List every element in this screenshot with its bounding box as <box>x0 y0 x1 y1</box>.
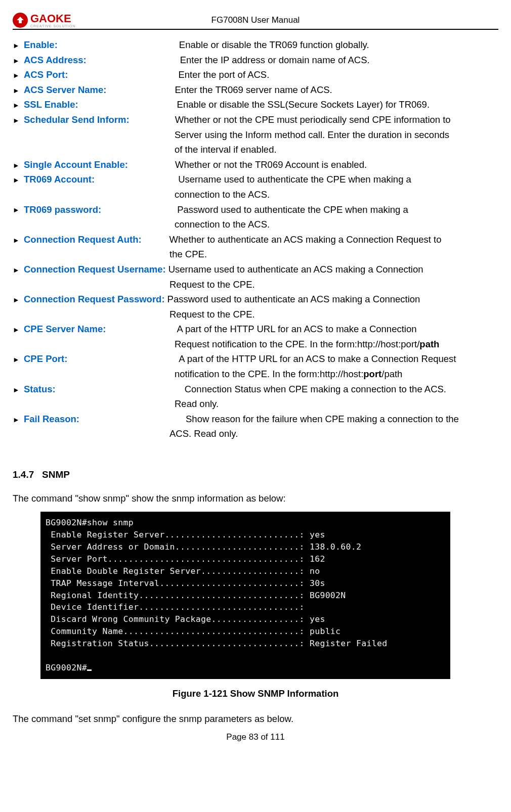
arrow-icon: ► <box>13 264 20 276</box>
definition-label: Single Account Enable: <box>24 159 128 170</box>
definition-desc: Enable or disable the TR069 function glo… <box>179 39 369 50</box>
brand-logo: GAOKE CREATIVE SOLUTION <box>13 13 75 28</box>
definition-row: ► Schedular Send Inform:Whether or not t… <box>13 112 498 157</box>
definition-desc: Enter the IP address or domain name of A… <box>180 55 370 65</box>
definition-continuation: notification to the CPE. In the form:htt… <box>13 367 498 382</box>
definition-label: CPE Port: <box>24 353 67 364</box>
arrow-icon: ► <box>13 384 20 395</box>
arrow-icon: ► <box>13 204 20 215</box>
arrow-icon: ► <box>13 55 20 66</box>
arrow-icon: ► <box>13 70 20 81</box>
definition-continuation: Request to the CPE. <box>13 307 498 322</box>
page-footer: Page 83 of 111 <box>13 732 498 742</box>
definition-row: ► Connection Request Auth:Whether to aut… <box>13 232 498 262</box>
arrow-icon: ► <box>13 354 20 365</box>
definition-label: Status: <box>24 384 56 394</box>
definition-continuation: Request to the CPE. <box>13 277 498 292</box>
definition-desc: Enter the port of ACS. <box>178 69 269 80</box>
definition-label: TR069 Account: <box>24 174 95 185</box>
definition-label: Schedular Send Inform: <box>24 114 130 125</box>
definition-continuation: ACS. Read only. <box>13 426 498 441</box>
definition-label: Enable: <box>24 39 58 50</box>
definition-row: ► ACS Server Name:Enter the TR069 server… <box>13 82 498 98</box>
definition-desc: Whether or not the TR069 Account is enab… <box>175 159 367 170</box>
definition-row: ► TR069 password:Password used to authen… <box>13 202 498 232</box>
definition-label: SSL Enable: <box>24 99 78 110</box>
definition-row: ► Status:Connection Status when CPE maki… <box>13 382 498 412</box>
brand-logo-icon <box>13 13 28 28</box>
definition-list: ► Enable:Enable or disable the TR069 fun… <box>13 37 498 441</box>
definition-desc: Username used to authenticate the CPE wh… <box>178 174 411 185</box>
arrow-icon: ► <box>13 160 20 171</box>
definition-label: Connection Request Auth: <box>24 234 142 245</box>
section-number: 1.4.7 <box>13 469 34 480</box>
definition-continuation: Request notification to the CPE. In the … <box>13 337 498 352</box>
arrow-icon: ► <box>13 115 20 126</box>
definition-desc: Username used to authenticate an ACS mak… <box>168 264 423 275</box>
definition-label: Connection Request Password: <box>24 294 165 304</box>
section-heading: 1.4.7 SNMP <box>13 469 498 480</box>
definition-desc: Password used to authenticate an ACS mak… <box>167 294 420 304</box>
definition-row: ► Connection Request Password:Password u… <box>13 292 498 322</box>
definition-desc: Enable or disable the SSL(Secure Sockets… <box>177 99 430 110</box>
figure-caption: Figure 1-121 Show SNMP Information <box>13 688 498 699</box>
definition-label: CPE Server Name: <box>24 324 106 334</box>
definition-continuation: Read only. <box>13 396 498 412</box>
definition-desc: Show reason for the failure when CPE mak… <box>186 414 459 424</box>
definition-row: ► ACS Port:Enter the port of ACS. <box>13 67 498 82</box>
brand-tagline: CREATIVE SOLUTION <box>30 24 75 28</box>
page-title: FG7008N User Manual <box>211 15 300 25</box>
definition-label: ACS Port: <box>24 69 68 80</box>
arrow-icon: ► <box>13 85 20 96</box>
definition-row: ► Connection Request Username:Username u… <box>13 262 498 292</box>
definition-row: ► CPE Port:A part of the HTTP URL for an… <box>13 351 498 381</box>
definition-row: ► Enable:Enable or disable the TR069 fun… <box>13 37 498 53</box>
definition-row: ► Single Account Enable:Whether or not t… <box>13 157 498 172</box>
definition-continuation: Server using the Inform method call. Ent… <box>13 127 498 143</box>
definition-desc: Password used to authenticate the CPE wh… <box>177 204 408 215</box>
definition-row: ► TR069 Account:Username used to authent… <box>13 172 498 202</box>
section-outro: The command "set snmp" configure the snm… <box>13 713 498 725</box>
definition-label: ACS Address: <box>24 55 87 65</box>
definition-desc: Enter the TR069 server name of ACS. <box>175 84 332 95</box>
terminal-cursor <box>87 669 92 671</box>
definition-continuation: connection to the ACS. <box>13 217 498 232</box>
definition-row: ► SSL Enable:Enable or disable the SSL(S… <box>13 97 498 112</box>
terminal-output: BG9002N#show snmp Enable Register Server… <box>40 512 450 679</box>
arrow-icon: ► <box>13 100 20 111</box>
definition-desc: Whether or not the CPE must periodically… <box>175 114 451 125</box>
definition-desc: A part of the HTTP URL for an ACS to mak… <box>179 353 456 364</box>
brand-name: GAOKE <box>30 13 75 24</box>
definition-desc: Whether to authenticate an ACS making a … <box>169 234 442 245</box>
definition-label: TR069 password: <box>24 204 101 215</box>
arrow-icon: ► <box>13 414 20 425</box>
definition-desc: A part of the HTTP URL for an ACS to mak… <box>177 324 416 334</box>
section-intro: The command "show snmp" show the snmp in… <box>13 493 498 504</box>
definition-label: Fail Reason: <box>24 414 79 424</box>
arrow-icon: ► <box>13 324 20 335</box>
definition-row: ► Fail Reason:Show reason for the failur… <box>13 412 498 441</box>
definition-label: Connection Request Username: <box>24 264 166 275</box>
page-header: GAOKE CREATIVE SOLUTION FG7008N User Man… <box>13 13 498 30</box>
definition-continuation: connection to the ACS. <box>13 187 498 202</box>
arrow-icon: ► <box>13 40 20 51</box>
definition-continuation: of the interval if enabled. <box>13 142 498 157</box>
definition-continuation: the CPE. <box>13 247 498 262</box>
arrow-icon: ► <box>13 235 20 246</box>
arrow-icon: ► <box>13 294 20 305</box>
section-title: SNMP <box>42 469 70 480</box>
definition-label: ACS Server Name: <box>24 84 107 95</box>
definition-desc: Connection Status when CPE making a conn… <box>185 384 446 394</box>
arrow-icon: ► <box>13 174 20 186</box>
definition-row: ► ACS Address:Enter the IP address or do… <box>13 53 498 68</box>
definition-row: ► CPE Server Name:A part of the HTTP URL… <box>13 322 498 351</box>
